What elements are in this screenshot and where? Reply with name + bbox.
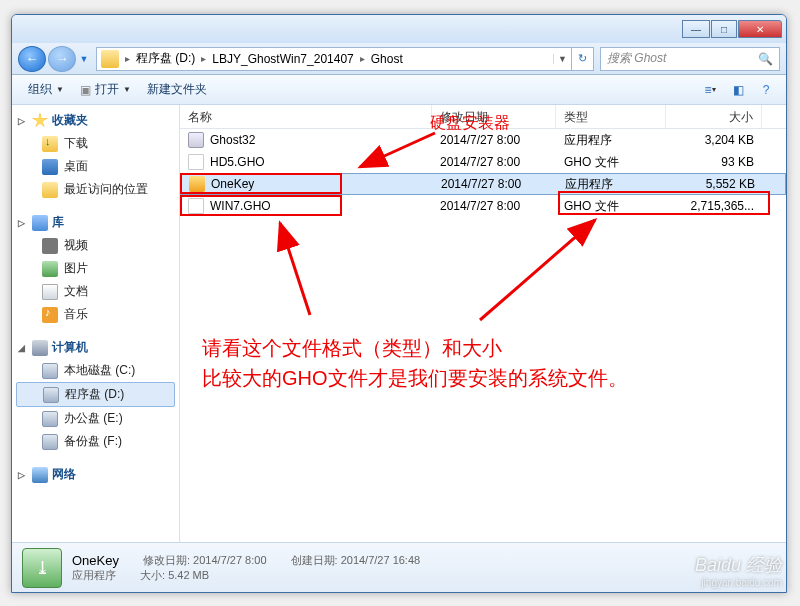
drive-icon	[42, 411, 58, 427]
sidebar-libraries[interactable]: ▷库	[12, 211, 179, 234]
sidebar-videos[interactable]: 视频	[12, 234, 179, 257]
app-icon	[189, 176, 205, 192]
search-input[interactable]: 搜索 Ghost 🔍	[600, 47, 780, 71]
picture-icon	[42, 261, 58, 277]
video-icon	[42, 238, 58, 254]
nav-pane[interactable]: ▷收藏夹 下载 桌面 最近访问的位置 ▷库 视频 图片 文档 音乐 ◢计算机 本…	[12, 105, 180, 542]
drive-icon	[42, 434, 58, 450]
history-dropdown[interactable]: ▼	[78, 48, 90, 70]
file-row-onekey[interactable]: OneKey 2014/7/27 8:00 应用程序 5,552 KB	[180, 173, 786, 195]
library-icon	[32, 215, 48, 231]
recent-icon	[42, 182, 58, 198]
explorer-window: — □ ✕ ← → ▼ ▸ 程序盘 (D:) ▸ LBJY_GhostWin7_…	[11, 14, 787, 593]
sidebar-music[interactable]: 音乐	[12, 303, 179, 326]
desktop-icon	[42, 159, 58, 175]
computer-icon	[32, 340, 48, 356]
open-button[interactable]: ▣ 打开 ▼	[72, 78, 139, 101]
back-button[interactable]: ←	[18, 46, 46, 72]
organize-button[interactable]: 组织 ▼	[20, 78, 72, 101]
view-button[interactable]: ≡ ▾	[698, 79, 722, 101]
star-icon	[32, 113, 48, 129]
refresh-button[interactable]: ↻	[572, 47, 594, 71]
sidebar-network[interactable]: ▷网络	[12, 463, 179, 486]
col-size-header[interactable]: 大小	[666, 105, 762, 128]
titlebar[interactable]: — □ ✕	[12, 15, 786, 43]
search-placeholder: 搜索 Ghost	[607, 50, 666, 67]
file-list[interactable]: 名称 修改日期 类型 大小 Ghost32 2014/7/27 8:00 应用程…	[180, 105, 786, 542]
sidebar-drive-f[interactable]: 备份盘 (F:)	[12, 430, 179, 453]
file-thumbnail-icon: ⤓	[22, 548, 62, 588]
status-type: 应用程序	[72, 568, 116, 583]
breadcrumb-seg[interactable]: 程序盘 (D:)	[132, 50, 199, 67]
sidebar-favorites[interactable]: ▷收藏夹	[12, 109, 179, 132]
new-folder-button[interactable]: 新建文件夹	[139, 78, 215, 101]
details-pane: ⤓ OneKey 修改日期: 2014/7/27 8:00 创建日期: 2014…	[12, 542, 786, 592]
sidebar-drive-c[interactable]: 本地磁盘 (C:)	[12, 359, 179, 382]
col-name-header[interactable]: 名称	[180, 105, 432, 128]
breadcrumb-seg[interactable]: LBJY_GhostWin7_201407	[208, 52, 357, 66]
sidebar-documents[interactable]: 文档	[12, 280, 179, 303]
download-icon	[42, 136, 58, 152]
sidebar-drive-d[interactable]: 程序盘 (D:)	[16, 382, 175, 407]
svg-line-2	[480, 220, 595, 320]
file-icon	[188, 198, 204, 214]
sidebar-downloads[interactable]: 下载	[12, 132, 179, 155]
annotation-text: 请看这个文件格式（类型）和大小 比较大的GHO文件才是我们要安装的系统文件。	[202, 333, 628, 393]
exe-icon	[188, 132, 204, 148]
breadcrumb-seg[interactable]: Ghost	[367, 52, 407, 66]
help-button[interactable]: ?	[754, 79, 778, 101]
minimize-button[interactable]: —	[682, 20, 710, 38]
preview-pane-button[interactable]: ◧	[726, 79, 750, 101]
forward-button[interactable]: →	[48, 46, 76, 72]
annotation-label: 硬盘安装器	[430, 113, 510, 134]
network-icon	[32, 467, 48, 483]
search-icon: 🔍	[758, 52, 773, 66]
file-row-win7gho[interactable]: WIN7.GHO 2014/7/27 8:00 GHO 文件 2,715,365…	[180, 195, 786, 217]
file-icon	[188, 154, 204, 170]
folder-icon	[101, 50, 119, 68]
document-icon	[42, 284, 58, 300]
sidebar-computer[interactable]: ◢计算机	[12, 336, 179, 359]
sidebar-drive-e[interactable]: 办公盘 (E:)	[12, 407, 179, 430]
svg-line-1	[280, 223, 310, 315]
maximize-button[interactable]: □	[711, 20, 737, 38]
status-filename: OneKey	[72, 553, 119, 568]
drive-icon	[42, 363, 58, 379]
address-bar[interactable]: ▸ 程序盘 (D:) ▸ LBJY_GhostWin7_201407 ▸ Gho…	[96, 47, 572, 71]
col-type-header[interactable]: 类型	[556, 105, 666, 128]
sidebar-pictures[interactable]: 图片	[12, 257, 179, 280]
sidebar-desktop[interactable]: 桌面	[12, 155, 179, 178]
music-icon	[42, 307, 58, 323]
sidebar-recent[interactable]: 最近访问的位置	[12, 178, 179, 201]
toolbar: 组织 ▼ ▣ 打开 ▼ 新建文件夹 ≡ ▾ ◧ ?	[12, 75, 786, 105]
navbar: ← → ▼ ▸ 程序盘 (D:) ▸ LBJY_GhostWin7_201407…	[12, 43, 786, 75]
drive-icon	[43, 387, 59, 403]
file-row-hd5gho[interactable]: HD5.GHO 2014/7/27 8:00 GHO 文件 93 KB	[180, 151, 786, 173]
address-dropdown[interactable]: ▼	[553, 54, 571, 64]
close-button[interactable]: ✕	[738, 20, 782, 38]
